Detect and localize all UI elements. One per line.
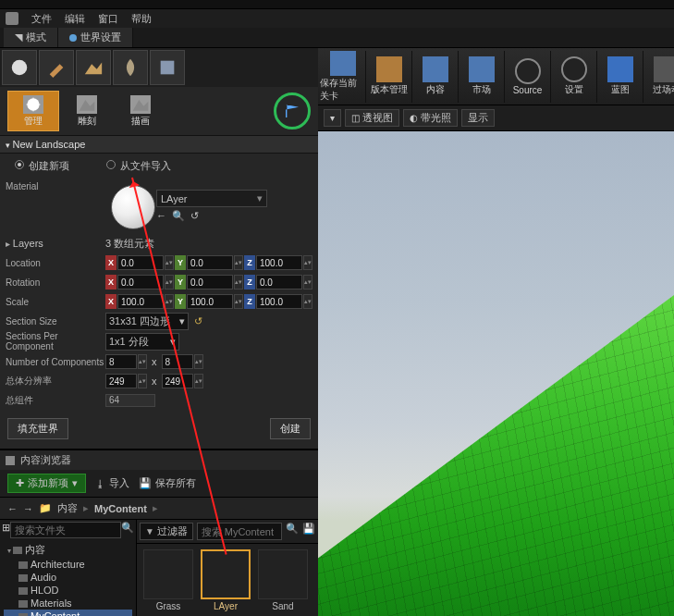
main-toolbar: 保存当前关卡 版本管理 内容 市场 Source 设置 蓝图 过场动 (318, 48, 674, 105)
toolbar-cinematics[interactable]: 过场动 (643, 51, 674, 103)
landscape-tool-paint[interactable]: 描画 (115, 91, 166, 131)
back-icon[interactable]: ← (7, 503, 18, 514)
resolution-y[interactable] (162, 374, 193, 388)
radio-create-new[interactable]: 创建新项 (15, 159, 69, 173)
svg-rect-1 (161, 61, 175, 75)
menu-window[interactable]: 窗口 (98, 12, 118, 26)
resolution-x[interactable] (105, 374, 137, 388)
material-use-icon[interactable]: ← (156, 210, 166, 222)
asset-sand[interactable]: Sand (257, 549, 309, 611)
spc-label: Sections Per Component (6, 331, 105, 351)
components-x[interactable] (105, 354, 137, 369)
scale-x[interactable] (117, 294, 164, 309)
save-all-button[interactable]: 💾保存所有 (139, 476, 196, 490)
radio-import-file[interactable]: 从文件导入 (106, 159, 171, 173)
toolbar-market[interactable]: 市场 (459, 51, 505, 103)
rotation-label: Rotation (6, 277, 105, 288)
location-y[interactable] (187, 255, 233, 270)
material-reset-icon[interactable]: ↺ (190, 210, 199, 222)
breadcrumb[interactable]: ← → 📁 内容▸ MyContent▸ (0, 497, 318, 520)
mode-landscape-icon[interactable] (76, 50, 111, 85)
material-label: Material (6, 181, 105, 191)
rotation-z[interactable] (256, 275, 302, 290)
noc-label: Number of Components (6, 357, 105, 367)
section-new-landscape[interactable]: New Landscape (0, 135, 318, 154)
menu-help[interactable]: 帮助 (131, 12, 152, 26)
viewport-lit[interactable]: ◐ 带光照 (403, 109, 458, 127)
mode-geometry-icon[interactable] (150, 50, 185, 85)
tree-folder-materials[interactable]: Materials (4, 597, 132, 610)
location-z[interactable] (256, 255, 302, 270)
toolbar-save[interactable]: 保存当前关卡 (320, 51, 366, 103)
viewport-perspective[interactable]: ◫ 透视图 (345, 109, 399, 127)
layers-label[interactable]: ▸ Layers (6, 238, 105, 249)
sources-toggle-icon[interactable]: ⊞ (2, 522, 10, 538)
filters-dropdown[interactable]: ▼ 过滤器 (140, 523, 193, 540)
folder-search-input[interactable] (10, 522, 121, 538)
menu-bar: 文件 编辑 窗口 帮助 (0, 9, 674, 28)
viewport-show[interactable]: 显示 (461, 109, 495, 127)
toolbar-version[interactable]: 版本管理 (366, 51, 412, 103)
tree-folder-hlod[interactable]: HLOD (4, 584, 132, 597)
mode-foliage-icon[interactable] (113, 50, 148, 85)
material-thumbnail[interactable] (111, 185, 155, 229)
section-size-label: Section Size (6, 316, 105, 326)
asset-search-input[interactable] (197, 523, 282, 540)
location-x[interactable] (117, 255, 164, 270)
total-label: 总组件 (6, 394, 105, 407)
content-browser-icon (6, 456, 15, 465)
apply-button[interactable] (274, 92, 311, 129)
asset-grass[interactable]: Grass (142, 549, 194, 611)
landscape-tool-sculpt[interactable]: 雕刻 (61, 91, 113, 131)
folder-tree: 内容 ArchitectureAudioHLODMaterialsMyConte… (0, 540, 136, 616)
search-icon[interactable]: 🔍 (286, 523, 299, 540)
mode-paint-icon[interactable] (39, 50, 74, 85)
add-new-button[interactable]: ✚添加新项▾ (7, 474, 86, 493)
viewport[interactable] (318, 131, 674, 616)
flag-icon (286, 105, 299, 117)
toolbar-content[interactable]: 内容 (412, 51, 459, 103)
landscape-tool-manage[interactable]: 管理 (7, 91, 59, 131)
tree-folder-audio[interactable]: Audio (4, 571, 132, 584)
material-dropdown[interactable]: LAyer▾ (156, 190, 267, 207)
mode-toolbar (0, 48, 318, 87)
app-logo-icon (6, 12, 18, 25)
svg-point-0 (12, 60, 28, 76)
tree-folder-architecture[interactable]: Architecture (4, 558, 132, 571)
total-components: 64 (105, 394, 155, 407)
search-icon[interactable]: 🔍 (121, 522, 134, 538)
menu-edit[interactable]: 编辑 (65, 12, 85, 26)
scale-y[interactable] (187, 294, 233, 309)
resolution-label: 总体分辨率 (6, 375, 105, 388)
menu-file[interactable]: 文件 (31, 12, 52, 26)
section-size-dropdown[interactable]: 31x31 四边形▾ (105, 313, 189, 330)
rotation-y[interactable] (187, 275, 233, 290)
create-button[interactable]: 创建 (270, 418, 311, 439)
save-icon[interactable]: 💾 (302, 523, 315, 540)
spc-dropdown[interactable]: 1x1 分段▾ (105, 333, 179, 351)
toolbar-settings[interactable]: 设置 (551, 51, 597, 103)
forward-icon[interactable]: → (23, 503, 33, 514)
tree-root[interactable]: 内容 (4, 542, 132, 558)
scale-label: Scale (6, 297, 105, 307)
landscape-preview (318, 248, 674, 616)
content-browser-title: 内容浏览器 (20, 453, 71, 467)
reset-icon[interactable]: ↺ (194, 315, 202, 327)
location-label: Location (6, 258, 105, 268)
material-browse-icon[interactable]: 🔍 (172, 210, 185, 222)
fill-world-button[interactable]: 填充世界 (7, 418, 68, 439)
toolbar-source[interactable]: Source (505, 51, 551, 103)
viewport-options[interactable]: ▾ (324, 109, 341, 127)
tab-modes[interactable]: ◥模式 (4, 28, 58, 47)
mode-place-icon[interactable] (2, 50, 37, 85)
content-browser: 内容浏览器 ✚添加新项▾ ⭳导入 💾保存所有 ← → 📁 内容▸ MyConte… (0, 449, 318, 616)
svg-point-2 (27, 98, 39, 110)
tab-world-settings[interactable]: 世界设置 (58, 28, 133, 47)
scale-z[interactable] (256, 294, 302, 309)
import-button[interactable]: ⭳导入 (95, 476, 129, 490)
toolbar-blueprint[interactable]: 蓝图 (597, 51, 643, 103)
panel-tabs: ◥模式 世界设置 (0, 28, 674, 48)
asset-layer[interactable]: LAyer (200, 549, 251, 611)
tree-folder-mycontent[interactable]: MyContent (4, 610, 132, 616)
folder-icon: 📁 (39, 502, 52, 514)
